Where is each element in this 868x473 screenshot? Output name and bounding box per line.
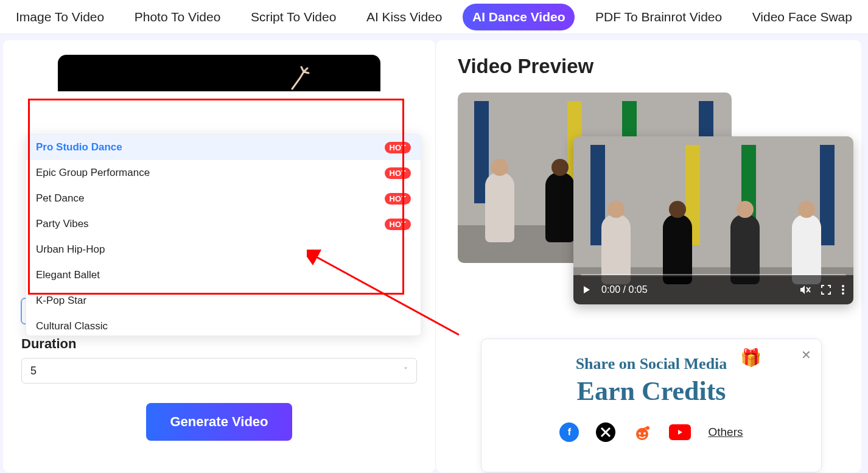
preview-video[interactable]: 0:00 / 0:05 — [573, 136, 853, 304]
video-controls: 0:00 / 0:05 — [573, 275, 853, 304]
svg-point-2 — [842, 285, 844, 287]
svg-point-3 — [842, 289, 844, 291]
video-time: 0:00 / 0:05 — [601, 284, 648, 295]
hot-badge: HOT — [385, 193, 411, 205]
svg-point-8 — [643, 432, 646, 435]
share-others-link[interactable]: Others — [708, 426, 743, 439]
tab-pdf-to-brainrot[interactable]: PDF To Brainrot Video — [586, 4, 732, 30]
tab-ai-kiss-video[interactable]: AI Kiss Video — [357, 4, 452, 30]
style-option[interactable]: Cultural Classic — [26, 314, 421, 335]
generate-video-button[interactable]: Generate Video — [146, 403, 292, 441]
play-icon[interactable] — [582, 285, 592, 295]
facebook-icon[interactable]: f — [559, 422, 579, 442]
chevron-down-icon: ˅ — [404, 366, 408, 376]
share-card: ✕ Share on Social Media 🎁 Earn Credits f… — [481, 338, 822, 472]
dancer-hand-icon — [289, 66, 313, 90]
tab-bar: Image To Video Photo To Video Script To … — [0, 0, 868, 34]
preview-thumbnails: 0:00 / 0:05 — [458, 93, 853, 306]
style-option[interactable]: Pro Studio Dance HOT — [26, 135, 421, 160]
gift-icon: 🎁 — [740, 348, 761, 368]
hot-badge: HOT — [385, 142, 411, 153]
style-option[interactable]: Elegant Ballet — [26, 262, 421, 288]
duration-select[interactable]: 5 ˅ — [21, 358, 417, 384]
hot-badge: HOT — [385, 219, 411, 230]
style-option[interactable]: Epic Group Performance HOT — [26, 160, 421, 186]
style-option[interactable]: Party Vibes HOT — [26, 211, 421, 237]
hot-badge: HOT — [385, 167, 411, 179]
tab-photo-to-video[interactable]: Photo To Video — [125, 4, 231, 30]
preview-title: Video Preview — [458, 55, 839, 78]
svg-point-4 — [842, 292, 844, 295]
fullscreen-icon[interactable] — [821, 284, 831, 295]
share-title-line1: Share on Social Media 🎁 — [499, 355, 804, 373]
style-option[interactable]: Pet Dance HOT — [26, 186, 421, 211]
tab-video-face-swap[interactable]: Video Face Swap — [743, 4, 862, 30]
tab-script-to-video[interactable]: Script To Video — [241, 4, 346, 30]
youtube-icon[interactable] — [669, 424, 691, 440]
x-twitter-icon[interactable] — [596, 422, 615, 442]
style-dropdown: Pro Studio Dance HOT Epic Group Performa… — [26, 134, 421, 336]
svg-point-7 — [639, 432, 641, 435]
sample-clip — [58, 55, 380, 91]
config-panel: Pro Studio Dance ˄ Duration 5 ˅ Generate… — [3, 40, 435, 472]
duration-select-value: 5 — [30, 365, 37, 377]
reddit-icon[interactable] — [632, 422, 652, 442]
tab-image-to-video[interactable]: Image To Video — [6, 4, 114, 30]
share-title-line2: Earn Credits — [499, 376, 804, 407]
more-icon[interactable] — [841, 284, 845, 295]
mute-icon[interactable] — [799, 284, 811, 296]
duration-label: Duration — [21, 336, 417, 352]
style-option[interactable]: K-Pop Star — [26, 288, 421, 314]
style-option[interactable]: Urban Hip-Hop — [26, 237, 421, 262]
tab-ai-dance-video[interactable]: AI Dance Video — [463, 4, 575, 30]
